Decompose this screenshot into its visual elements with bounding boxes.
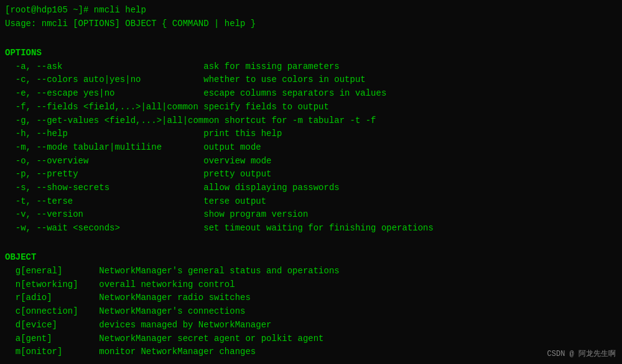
option-row-0: -a, --ask ask for missing parameters xyxy=(5,60,617,74)
option-row-11: -v, --version show program version xyxy=(5,208,617,222)
options-list: -a, --ask ask for missing parameters -c,… xyxy=(5,60,617,235)
option-left-4: -g, --get-values <field,...>|all|common xyxy=(5,116,225,125)
option-left-10: -t, --terse xyxy=(5,196,203,206)
object-left-5: a[gent] xyxy=(5,334,99,344)
watermark: CSDN @ 阿龙先生啊 xyxy=(547,348,616,359)
option-row-3: -f, --fields <field,...>|all|common spec… xyxy=(5,101,617,114)
option-right-11: show program version xyxy=(203,209,308,219)
option-right-4: shortcut for -m tabular -t -f xyxy=(225,116,376,125)
option-left-8: -p, --pretty xyxy=(5,169,203,179)
object-right-6: monitor NetworkManager changes xyxy=(99,347,256,357)
option-row-2: -e, --escape yes|no escape columns separ… xyxy=(5,87,617,101)
object-header: OBJECT xyxy=(5,251,617,265)
options-header: OPTIONS xyxy=(5,47,617,60)
option-left-3: -f, --fields <field,...>|all|common xyxy=(5,102,203,112)
option-left-5: -h, --help xyxy=(5,129,203,139)
option-right-1: whether to use colors in output xyxy=(203,75,365,84)
object-right-4: devices managed by NetworkManager xyxy=(99,320,271,330)
option-right-5: print this help xyxy=(203,129,282,139)
option-right-7: overview mode xyxy=(203,156,271,166)
option-left-6: -m, --mode tabular|multiline xyxy=(5,142,203,152)
object-right-1: overall networking control xyxy=(99,280,234,289)
option-left-9: -s, --show-secrets xyxy=(5,183,203,193)
option-row-5: -h, --help print this help xyxy=(5,127,617,141)
option-row-8: -p, --pretty pretty output xyxy=(5,168,617,181)
object-left-4: d[evice] xyxy=(5,320,99,330)
option-row-9: -s, --show-secrets allow displaying pass… xyxy=(5,181,617,195)
object-row-4: d[evice] devices managed by NetworkManag… xyxy=(5,319,617,332)
object-right-0: NetworkManager's general status and oper… xyxy=(99,266,339,276)
option-left-0: -a, --ask xyxy=(5,61,203,71)
object-left-2: r[adio] xyxy=(5,293,99,303)
object-row-0: g[eneral] NetworkManager's general statu… xyxy=(5,265,617,278)
option-right-0: ask for missing parameters xyxy=(203,61,339,71)
prompt-line: [root@hdp105 ~]# nmcli help xyxy=(5,4,617,17)
option-right-8: pretty output xyxy=(203,169,271,179)
objects-list: g[eneral] NetworkManager's general statu… xyxy=(5,265,617,359)
option-left-7: -o, --overview xyxy=(5,156,203,166)
option-left-11: -v, --version xyxy=(5,209,203,219)
option-right-6: output mode xyxy=(203,142,261,152)
object-left-3: c[onnection] xyxy=(5,306,99,316)
object-row-2: r[adio] NetworkManager radio switches xyxy=(5,291,617,305)
option-left-2: -e, --escape yes|no xyxy=(5,88,203,98)
blank-line-1 xyxy=(5,30,617,44)
object-row-3: c[onnection] NetworkManager's connection… xyxy=(5,305,617,319)
usage-line: Usage: nmcli [OPTIONS] OBJECT { COMMAND … xyxy=(5,17,617,31)
terminal-window: [root@hdp105 ~]# nmcli help Usage: nmcli… xyxy=(0,0,622,364)
option-row-4: -g, --get-values <field,...>|all|common … xyxy=(5,114,617,128)
option-row-1: -c, --colors auto|yes|no whether to use … xyxy=(5,73,617,87)
object-left-6: m[onitor] xyxy=(5,347,99,357)
object-right-5: NetworkManager secret agent or polkit ag… xyxy=(99,334,323,344)
blank-line-2 xyxy=(5,235,617,249)
option-row-12: -w, --wait <seconds> set timeout waiting… xyxy=(5,222,617,235)
object-left-1: n[etworking] xyxy=(5,280,99,289)
option-right-3: specify fields to output xyxy=(203,102,329,112)
option-right-12: set timeout waiting for finishing operat… xyxy=(203,223,434,233)
option-row-10: -t, --terse terse output xyxy=(5,195,617,209)
object-left-0: g[eneral] xyxy=(5,266,99,276)
option-row-7: -o, --overview overview mode xyxy=(5,155,617,168)
object-row-5: a[gent] NetworkManager secret agent or p… xyxy=(5,332,617,346)
object-right-2: NetworkManager radio switches xyxy=(99,293,251,303)
option-row-6: -m, --mode tabular|multiline output mode xyxy=(5,141,617,155)
object-row-6: m[onitor] monitor NetworkManager changes xyxy=(5,345,617,359)
option-right-2: escape columns separators in values xyxy=(203,88,386,98)
option-right-10: terse output xyxy=(203,196,266,206)
object-right-3: NetworkManager's connections xyxy=(99,306,245,316)
object-row-1: n[etworking] overall networking control xyxy=(5,278,617,292)
option-left-12: -w, --wait <seconds> xyxy=(5,223,203,233)
option-right-9: allow displaying passwords xyxy=(203,183,339,193)
option-left-1: -c, --colors auto|yes|no xyxy=(5,75,203,84)
